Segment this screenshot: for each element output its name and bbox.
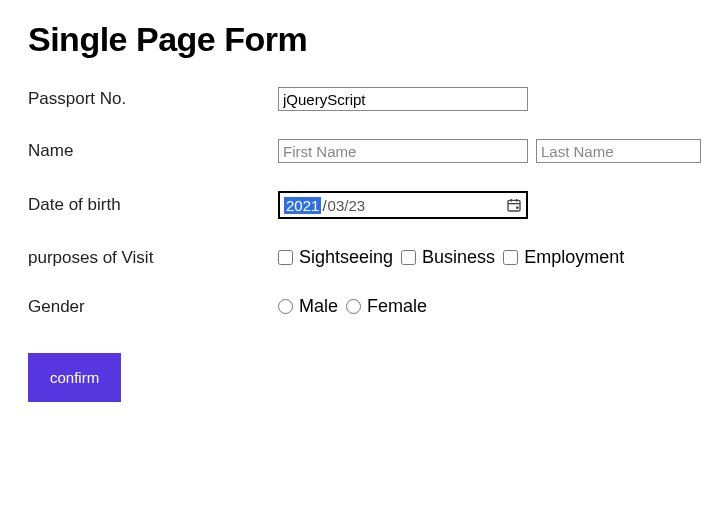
purpose-sightseeing-checkbox[interactable] [278, 250, 293, 265]
dob-slash: / [322, 197, 326, 214]
row-purposes: purposes of Visit Sightseeing Business E… [28, 247, 677, 268]
gender-female-radio[interactable] [346, 299, 361, 314]
label-gender: Gender [28, 297, 278, 317]
purpose-employment-label: Employment [524, 247, 624, 268]
purpose-sightseeing-label: Sightseeing [299, 247, 393, 268]
gender-female-label: Female [367, 296, 427, 317]
dob-input[interactable]: 2021 / 03/23 [278, 191, 528, 219]
first-name-input[interactable] [278, 139, 528, 163]
dob-rest: 03/23 [328, 197, 505, 214]
dob-year-selected: 2021 [284, 197, 321, 214]
confirm-button[interactable]: confirm [28, 353, 121, 402]
page-title: Single Page Form [28, 20, 677, 59]
svg-rect-0 [508, 200, 520, 211]
label-dob: Date of birth [28, 195, 278, 215]
row-passport: Passport No. [28, 87, 677, 111]
purpose-business-checkbox[interactable] [401, 250, 416, 265]
row-gender: Gender Male Female [28, 296, 677, 317]
row-name: Name [28, 139, 677, 163]
gender-female[interactable]: Female [346, 296, 427, 317]
passport-input[interactable] [278, 87, 528, 111]
calendar-icon[interactable] [506, 197, 522, 213]
svg-point-4 [517, 207, 518, 208]
label-name: Name [28, 141, 278, 161]
purpose-employment-checkbox[interactable] [503, 250, 518, 265]
purpose-sightseeing[interactable]: Sightseeing [278, 247, 393, 268]
gender-male-label: Male [299, 296, 338, 317]
gender-male[interactable]: Male [278, 296, 338, 317]
gender-male-radio[interactable] [278, 299, 293, 314]
label-purposes: purposes of Visit [28, 248, 278, 268]
label-passport: Passport No. [28, 89, 278, 109]
last-name-input[interactable] [536, 139, 701, 163]
purpose-employment[interactable]: Employment [503, 247, 624, 268]
purpose-business-label: Business [422, 247, 495, 268]
purpose-business[interactable]: Business [401, 247, 495, 268]
row-dob: Date of birth 2021 / 03/23 [28, 191, 677, 219]
